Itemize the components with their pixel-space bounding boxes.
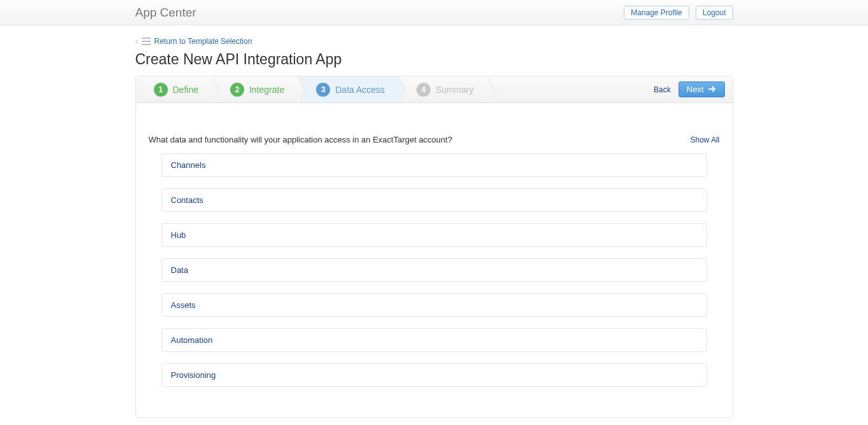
step-number: 3 [316, 83, 330, 97]
category-assets[interactable]: Assets [162, 293, 707, 317]
back-link[interactable]: Back [654, 85, 671, 94]
step-data-access[interactable]: 3 Data Access [298, 76, 399, 102]
manage-profile-button[interactable]: Manage Profile [624, 6, 689, 20]
svg-rect-0 [142, 38, 151, 39]
prompt-text: What data and functionality will your ap… [149, 135, 453, 144]
category-channels[interactable]: Channels [162, 153, 707, 177]
category-hub[interactable]: Hub [162, 223, 707, 247]
step-bar: 1 Define 2 Integrate 3 Data Access 4 Sum… [136, 76, 733, 103]
category-contacts[interactable]: Contacts [162, 188, 707, 212]
return-row: ‹ Return to Template Selection [135, 37, 733, 46]
category-data[interactable]: Data [162, 258, 707, 282]
wizard-box: 1 Define 2 Integrate 3 Data Access 4 Sum… [135, 76, 733, 418]
next-button-label: Next [687, 85, 704, 94]
step-summary[interactable]: 4 Summary [399, 76, 488, 102]
svg-rect-1 [142, 41, 151, 42]
top-bar: App Center Manage Profile Logout [0, 0, 868, 25]
step-number: 4 [417, 83, 431, 97]
brand-title: App Center [135, 6, 196, 20]
prompt-row: What data and functionality will your ap… [149, 135, 720, 144]
chevron-left-icon: ‹ [135, 37, 138, 46]
list-icon [142, 38, 151, 45]
top-bar-inner: App Center Manage Profile Logout [135, 0, 733, 25]
top-bar-buttons: Manage Profile Logout [624, 6, 733, 20]
arrow-right-icon [708, 85, 717, 94]
step-number: 1 [154, 83, 168, 97]
next-button[interactable]: Next [679, 81, 725, 97]
main-container: ‹ Return to Template Selection Create Ne… [135, 25, 733, 418]
step-integrate[interactable]: 2 Integrate [212, 76, 298, 102]
svg-rect-2 [142, 44, 151, 45]
logout-button[interactable]: Logout [696, 6, 733, 20]
show-all-link[interactable]: Show All [690, 136, 719, 144]
step-number: 2 [230, 83, 244, 97]
step-define[interactable]: 1 Define [136, 76, 212, 102]
page-title: Create New API Integration App [135, 51, 733, 68]
step-bar-right: Back Next [654, 81, 732, 97]
step-label: Define [173, 85, 198, 95]
content-area: What data and functionality will your ap… [136, 103, 733, 417]
step-label: Summary [436, 85, 474, 95]
category-automation[interactable]: Automation [162, 328, 707, 352]
category-provisioning[interactable]: Provisioning [162, 363, 707, 387]
step-label: Data Access [335, 85, 385, 95]
category-list: Channels Contacts Hub Data Assets Automa… [149, 153, 720, 387]
step-label: Integrate [249, 85, 284, 95]
return-link[interactable]: Return to Template Selection [155, 37, 252, 46]
